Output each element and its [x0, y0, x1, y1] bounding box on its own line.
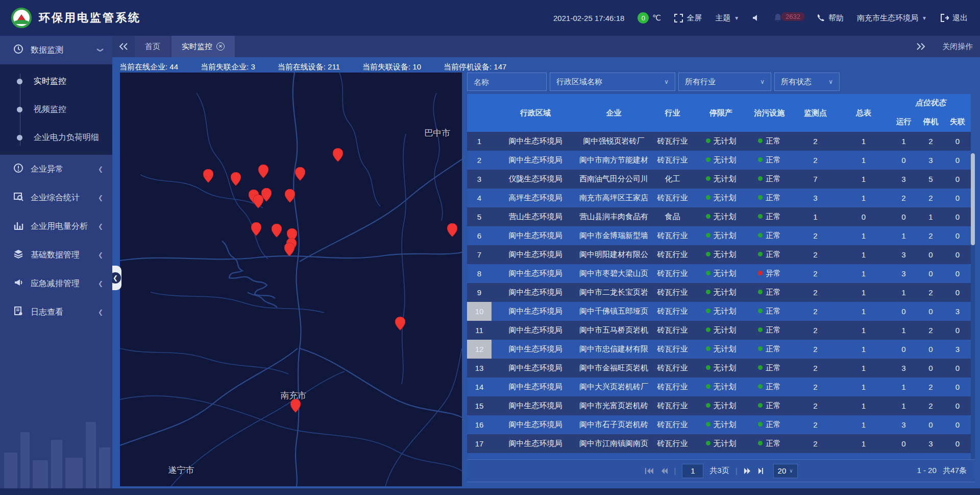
name-filter-input[interactable] [474, 78, 540, 86]
stat-value: 44 [169, 62, 178, 71]
sidebar-subitem[interactable]: 视频监控 [0, 96, 112, 124]
col-index [467, 94, 492, 132]
row-production-label: 无计划 [714, 212, 737, 221]
stat-item: 当前停机设备: 147 [444, 62, 506, 72]
table-row[interactable]: 12阆中生态环境局阆中市忠信建材有限公砖瓦行业无计划正常21003 [467, 340, 971, 359]
map-pin-icon[interactable] [203, 169, 213, 183]
map-pin-icon[interactable] [258, 164, 268, 178]
tab-scroll-right-button[interactable] [910, 43, 932, 50]
row-index: 5 [467, 207, 492, 226]
prev-page-button[interactable] [659, 467, 668, 475]
last-page-button[interactable] [758, 467, 767, 475]
row-run: 0 [890, 340, 917, 359]
table-row[interactable]: 6阆中生态环境局阆中市金博瑞新型墙材砖瓦行业无计划正常21120 [467, 226, 971, 245]
table-row[interactable]: 14阆中生态环境局阆中大兴页岩机砖厂砖瓦行业无计划正常21120 [467, 378, 971, 396]
table-row[interactable]: 15阆中生态环境局阆中市光富页岩机砖厂砖瓦行业无计划正常21120 [467, 396, 971, 415]
map-pin-icon[interactable] [251, 222, 261, 236]
status-dot-icon [706, 346, 710, 351]
sidebar-item-4[interactable]: 基础数据管理❮ [0, 241, 112, 269]
row-monitor: 7 [794, 170, 837, 188]
first-page-button[interactable] [644, 467, 653, 475]
row-monitor: 2 [794, 321, 837, 340]
sidebar-item-1[interactable]: 企业异常❮ [0, 155, 112, 183]
row-facility-label: 正常 [766, 363, 781, 372]
close-icon[interactable]: ✕ [216, 42, 225, 51]
map-pin-icon[interactable] [284, 243, 295, 256]
map-panel[interactable]: 巴中市南充市遂宁市 [120, 73, 462, 486]
row-run: 0 [890, 302, 917, 321]
status-filter-select[interactable]: 所有状态 ∨ [774, 73, 840, 91]
map-pin-icon[interactable] [295, 167, 305, 181]
mute-button[interactable] [752, 14, 761, 22]
row-production: 无计划 [697, 378, 745, 396]
sidebar-item-0[interactable]: 数据监测❯ [0, 36, 112, 64]
scrollbar-thumb[interactable] [971, 153, 975, 245]
sidebar-item-2[interactable]: 企业综合统计❮ [0, 183, 112, 212]
table-row[interactable]: 4高坪生态环境局南充市高坪区王家店建砖瓦行业无计划正常31220 [467, 188, 971, 207]
table-row[interactable]: 1阆中生态环境局阆中强锐页岩砖厂砖瓦行业无计划正常21120 [467, 132, 971, 151]
sidebar-item-5[interactable]: 应急减排管理❮ [0, 269, 112, 298]
table-row[interactable]: 17阆中生态环境局阆中市江南镇阆南页岩砖瓦行业无计划正常21030 [467, 434, 971, 453]
help-button[interactable]: 帮助 [817, 13, 844, 23]
close-operations-button[interactable]: 关闭操作 [942, 42, 973, 52]
layers-icon [13, 249, 23, 261]
col-production: 停限产 [697, 94, 745, 132]
row-production-label: 无计划 [714, 382, 737, 391]
table-row[interactable]: 2阆中生态环境局阆中市南方节能建材有砖瓦行业无计划正常21030 [467, 151, 971, 170]
row-company: 阆中明阳建材有限公司 [579, 245, 648, 264]
app-header: 环保用电监管系统 2021-02-25 17:46:18 0 ℃ 全屏 主题 ▼ [0, 0, 980, 36]
table-scrollbar[interactable] [971, 153, 975, 480]
map-pin-icon[interactable] [261, 188, 272, 202]
row-meter: 1 [837, 359, 890, 378]
tab-0[interactable]: 首页 [135, 36, 170, 57]
logout-button[interactable]: 退出 [940, 13, 968, 23]
temperature-value: 0 [638, 12, 649, 23]
industry-filter-select[interactable]: 所有行业 ∨ [678, 73, 771, 91]
row-region: 阆中生态环境局 [492, 264, 579, 283]
table-row[interactable]: 9阆中生态环境局阆中市二龙长宝页岩砖砖瓦行业无计划正常21120 [467, 283, 971, 302]
status-dot-icon [706, 384, 710, 389]
fullscreen-button[interactable]: 全屏 [674, 13, 702, 23]
map-pin-icon[interactable] [333, 148, 343, 162]
notifications-button[interactable]: 2632 [774, 11, 803, 25]
sidebar-item-6[interactable]: 日志查看❮ [0, 298, 112, 326]
table-row[interactable]: 18南部生态环境局南部县弘化小河有限公建材加工无计划正常60060 [467, 453, 971, 458]
table-row[interactable]: 10阆中生态环境局阆中千佛镇五郎垭页岩砖瓦行业无计划正常21003 [467, 302, 971, 321]
sidebar-item-3[interactable]: 企业用电量分析❮ [0, 212, 112, 241]
map-pin-icon[interactable] [272, 224, 282, 238]
table-row[interactable]: 3仪陇生态环境局西南油气田分公司川中化工无计划正常71350 [467, 170, 971, 188]
table-row[interactable]: 13阆中生态环境局阆中市金福旺页岩机砖砖瓦行业无计划正常21300 [467, 359, 971, 378]
region-filter-select[interactable]: 行政区域名称 ∨ [550, 73, 675, 91]
col-industry: 行业 [648, 94, 697, 132]
table-row[interactable]: 11阆中生态环境局阆中市五马桥页岩机砖砖瓦行业无计划正常21120 [467, 321, 971, 340]
page-number-input[interactable]: 1 [682, 464, 703, 478]
table-row[interactable]: 7阆中生态环境局阆中明阳建材有限公司砖瓦行业无计划正常21300 [467, 245, 971, 264]
row-production: 无计划 [697, 283, 745, 302]
sidebar-collapse-handle[interactable]: ❮ [112, 266, 121, 290]
tab-scroll-left-button[interactable] [112, 36, 135, 57]
map-pin-icon[interactable] [395, 317, 405, 331]
tab-1[interactable]: 实时监控✕ [172, 36, 235, 57]
table-row[interactable]: 16阆中生态环境局阆中市石子页岩机砖厂砖瓦行业无计划正常21300 [467, 415, 971, 434]
theme-menu-button[interactable]: 主题 ▼ [715, 13, 739, 23]
name-filter[interactable] [467, 73, 547, 91]
map-pin-icon[interactable] [285, 189, 295, 203]
row-monitor: 2 [794, 434, 837, 453]
table-row[interactable]: 8阆中生态环境局阆中市枣碧大梁山页岩砖瓦行业无计划异常21300 [467, 264, 971, 283]
row-company: 营山县润丰肉食品有限 [579, 207, 648, 226]
row-production-label: 无计划 [714, 231, 737, 240]
sidebar-subitem[interactable]: 企业电力负荷明细 [0, 124, 112, 152]
org-menu-button[interactable]: 南充市生态环境局 ▼ [857, 13, 927, 23]
gauge-icon [13, 44, 23, 56]
page-size-select[interactable]: 20 ∨ [773, 464, 798, 478]
row-production-label: 无计划 [714, 458, 737, 458]
map-pin-icon[interactable] [447, 223, 457, 237]
status-dot-icon [706, 138, 710, 143]
map-pin-icon[interactable] [231, 172, 241, 186]
map-pin-icon[interactable] [290, 399, 301, 413]
next-page-button[interactable] [744, 467, 752, 475]
table-row[interactable]: 5营山生态环境局营山县润丰肉食品有限食品无计划正常10010 [467, 207, 971, 226]
sidebar-subitem-label: 视频监控 [34, 104, 66, 115]
sidebar-subitem[interactable]: 实时监控 [0, 67, 112, 96]
next-page-icon [744, 467, 752, 475]
